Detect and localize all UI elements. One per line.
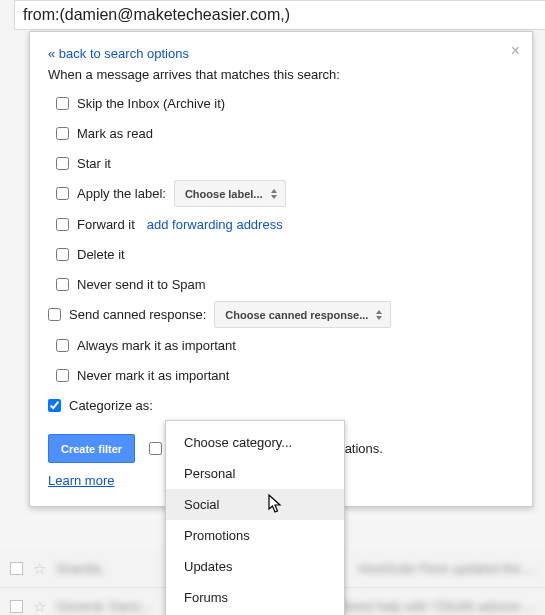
mark-read-label: Mark as read (77, 126, 153, 141)
dropdown-item-promotions[interactable]: Promotions (166, 520, 344, 551)
sort-icon (376, 310, 382, 320)
intro-text: When a message arrives that matches this… (48, 67, 514, 82)
canned-response-checkbox[interactable] (48, 308, 61, 321)
star-checkbox[interactable] (56, 157, 69, 170)
sort-icon (271, 189, 277, 199)
search-query-text: from:(damien@maketecheasier.com,) (23, 6, 290, 24)
star-icon[interactable]: ☆ (33, 598, 46, 616)
never-spam-label: Never send it to Spam (77, 277, 206, 292)
never-spam-checkbox[interactable] (56, 278, 69, 291)
star-icon[interactable]: ☆ (33, 560, 46, 578)
choose-canned-text: Choose canned response... (225, 309, 368, 321)
choose-label-select[interactable]: Choose label... (174, 180, 286, 207)
apply-label-checkbox[interactable] (56, 187, 69, 200)
row-checkbox[interactable] (10, 562, 23, 575)
choose-canned-select[interactable]: Choose canned response... (214, 301, 391, 328)
close-icon[interactable]: × (511, 42, 520, 60)
create-filter-button[interactable]: Create filter (48, 434, 135, 463)
star-label: Star it (77, 156, 111, 171)
skip-inbox-checkbox[interactable] (56, 97, 69, 110)
forward-checkbox[interactable] (56, 218, 69, 231)
back-to-search-link[interactable]: « back to search options (48, 46, 189, 61)
delete-label: Delete it (77, 247, 125, 262)
add-forwarding-link[interactable]: add forwarding address (147, 217, 283, 232)
dropdown-item-personal[interactable]: Personal (166, 458, 344, 489)
row-subject: Need help with 728x90 adzone ... (342, 599, 535, 614)
row-sender: Shanita, (56, 561, 104, 576)
canned-response-label: Send canned response: (69, 307, 206, 322)
never-important-checkbox[interactable] (56, 369, 69, 382)
mark-important-label: Always mark it as important (77, 338, 236, 353)
search-input[interactable]: from:(damien@maketecheasier.com,) (14, 0, 545, 30)
apply-label-label: Apply the label: (77, 186, 166, 201)
dropdown-item-forums[interactable]: Forums (166, 582, 344, 613)
skip-inbox-label: Skip the Inbox (Archive it) (77, 96, 225, 111)
dropdown-item-updates[interactable]: Updates (166, 551, 344, 582)
dropdown-item-social[interactable]: Social (166, 489, 344, 520)
category-dropdown: Choose category... Personal Social Promo… (165, 420, 345, 615)
delete-checkbox[interactable] (56, 248, 69, 261)
mark-read-checkbox[interactable] (56, 127, 69, 140)
choose-label-text: Choose label... (185, 188, 263, 200)
row-checkbox[interactable] (10, 600, 23, 613)
row-subject: HootSuite Flore updated the ... (358, 561, 535, 576)
categorize-label: Categorize as: (69, 398, 153, 413)
categorize-checkbox[interactable] (48, 399, 61, 412)
apply-existing-checkbox[interactable] (149, 442, 162, 455)
forward-label: Forward it (77, 217, 135, 232)
dropdown-item-choose[interactable]: Choose category... (166, 427, 344, 458)
learn-more-link[interactable]: Learn more (48, 473, 114, 488)
mark-important-checkbox[interactable] (56, 339, 69, 352)
row-sender: General. Dami... (56, 599, 151, 614)
never-important-label: Never mark it as important (77, 368, 229, 383)
